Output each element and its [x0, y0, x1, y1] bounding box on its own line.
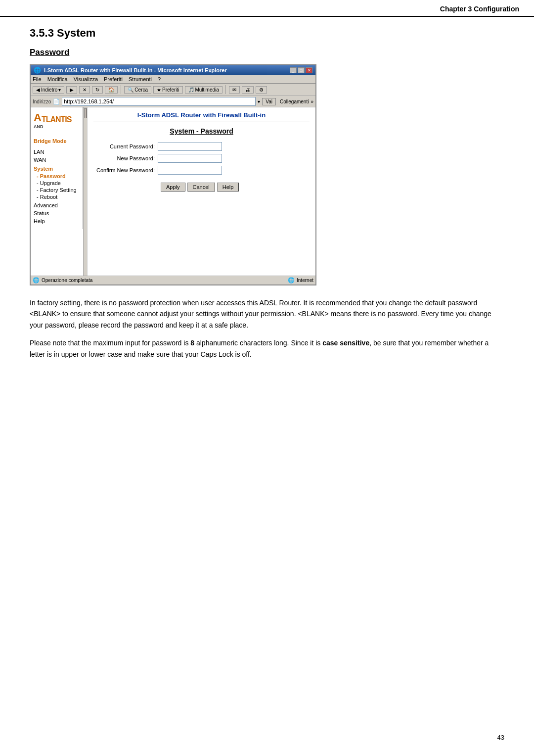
search-icon: 🔍	[128, 87, 134, 93]
browser-title-bar: 🌐 I-Storm ADSL Router with Firewall Buil…	[31, 65, 315, 75]
browser-toolbar: ◀ Indietro ▾ ▶ ✕ ↻ 🏠 🔍 Cerca ★ Pref	[31, 84, 315, 96]
zone-text: Internet	[297, 278, 313, 283]
address-input[interactable]	[62, 97, 256, 106]
browser-title: I-Storm ADSL Router with Firewall Built-…	[44, 67, 227, 73]
zone-icon: 🌐	[288, 277, 295, 284]
menu-file[interactable]: File	[33, 76, 42, 82]
new-password-input[interactable]	[158, 154, 222, 163]
current-password-row: Current Password:	[93, 142, 310, 151]
menu-strumenti[interactable]: Strumenti	[129, 76, 152, 82]
subsection-title: Password	[30, 47, 504, 57]
apply-button[interactable]: Apply	[161, 183, 185, 191]
new-password-label: New Password:	[93, 155, 158, 161]
sidebar-scrollbar[interactable]	[83, 107, 87, 276]
address-bar: Indirizzo 📄 ▾ Vai Collegamenti »	[31, 96, 315, 107]
paragraph-1: In factory setting, there is no password…	[30, 297, 504, 331]
browser-content: A TLANTIS AND Bridge Mode LAN WAN System	[31, 107, 315, 276]
confirm-password-label: Confirm New Password:	[93, 167, 158, 173]
logo-text: TLANTIS	[42, 115, 72, 124]
print-button[interactable]: 🖨	[242, 86, 254, 94]
go-button[interactable]: Vai	[262, 98, 276, 105]
home-icon: 🏠	[108, 87, 114, 93]
confirm-password-row: Confirm New Password:	[93, 166, 310, 175]
multimedia-icon: 🎵	[188, 87, 194, 93]
sidebar-item-lan[interactable]: LAN	[34, 148, 79, 156]
back-icon: ◀	[36, 87, 40, 93]
confirm-password-input[interactable]	[158, 166, 222, 175]
toolbar-separator	[121, 85, 121, 94]
stop-icon: ✕	[83, 87, 87, 93]
sidebar-item-bridge-mode[interactable]: Bridge Mode	[34, 137, 79, 145]
sidebar-item-wan[interactable]: WAN	[34, 156, 79, 164]
address-dropdown-icon[interactable]: ▾	[258, 99, 260, 104]
page-icon: 📄	[53, 98, 60, 105]
sidebar-item-reboot[interactable]: - Reboot	[34, 193, 79, 200]
router-sidebar-wrapper: A TLANTIS AND Bridge Mode LAN WAN System	[31, 107, 88, 276]
menu-modifica[interactable]: Modifica	[47, 76, 68, 82]
router-header: I-Storm ADSL Router with Firewall Built-…	[93, 111, 310, 122]
close-button[interactable]: ✕	[306, 67, 312, 73]
forward-button[interactable]: ▶	[66, 86, 77, 94]
back-button[interactable]: ◀ Indietro ▾	[33, 86, 64, 94]
sidebar-item-advanced[interactable]: Advanced	[34, 201, 79, 209]
paragraph-2: Please note that the maximum input for p…	[30, 337, 504, 360]
browser-status-bar: 🌐 Operazione completata 🌐 Internet	[31, 276, 315, 284]
stop-button[interactable]: ✕	[79, 86, 90, 94]
multimedia-button[interactable]: 🎵 Multimedia	[185, 86, 222, 94]
sidebar-item-help[interactable]: Help	[34, 217, 79, 225]
section-title: 3.5.3 System	[30, 27, 504, 40]
favorites-button[interactable]: ★ Preferiti	[153, 86, 182, 94]
sidebar-nav: Bridge Mode LAN WAN System - Password - …	[34, 137, 79, 225]
star-icon: ★	[157, 87, 161, 93]
links-label: Collegamenti	[280, 99, 309, 104]
router-sidebar: A TLANTIS AND Bridge Mode LAN WAN System	[31, 107, 83, 229]
status-icon: 🌐	[33, 277, 40, 284]
maximize-button[interactable]: □	[298, 67, 305, 73]
sidebar-item-status[interactable]: Status	[34, 209, 79, 217]
links-chevron-icon: »	[311, 99, 313, 104]
mail-button[interactable]: ✉	[229, 86, 240, 94]
menu-preferiti[interactable]: Preferiti	[104, 76, 123, 82]
current-password-label: Current Password:	[93, 143, 158, 149]
form-button-row: Apply Cancel Help	[93, 183, 310, 191]
status-text: Operazione completata	[42, 278, 92, 283]
menu-help[interactable]: ?	[158, 76, 161, 82]
minimize-button[interactable]: _	[290, 67, 297, 73]
browser-icon: 🌐	[34, 67, 41, 74]
home-button[interactable]: 🏠	[105, 86, 118, 94]
scrollbar-thumb[interactable]	[84, 108, 87, 118]
settings-button[interactable]: ⚙	[256, 86, 267, 94]
page-number: 43	[497, 734, 504, 741]
sidebar-item-system[interactable]: System	[34, 165, 79, 173]
sidebar-item-upgrade[interactable]: - Upgrade	[34, 180, 79, 187]
address-label: Indirizzo	[33, 99, 51, 104]
password-form: Current Password: New Password: Confirm …	[93, 142, 310, 191]
current-password-input[interactable]	[158, 142, 222, 151]
refresh-button[interactable]: ↻	[92, 86, 103, 94]
sidebar-item-password[interactable]: - Password	[34, 173, 79, 180]
menu-visualizza[interactable]: Visualizza	[74, 76, 98, 82]
router-page-title: System - Password	[93, 127, 310, 135]
browser-window: 🌐 I-Storm ADSL Router with Firewall Buil…	[30, 64, 316, 285]
logo-a-letter: A	[34, 111, 42, 124]
refresh-icon: ↻	[95, 87, 99, 93]
window-controls[interactable]: _ □ ✕	[290, 67, 312, 73]
cancel-button[interactable]: Cancel	[187, 183, 215, 191]
toolbar-separator-2	[225, 85, 226, 94]
logo-subtitle: AND	[34, 124, 79, 129]
router-main: I-Storm ADSL Router with Firewall Built-…	[88, 107, 315, 276]
browser-menu-bar: File Modifica Visualizza Preferiti Strum…	[31, 75, 315, 84]
search-button[interactable]: 🔍 Cerca	[124, 86, 151, 94]
chapter-title: Chapter 3 Configuration	[440, 5, 519, 13]
brand-logo: A TLANTIS AND	[34, 111, 79, 132]
new-password-row: New Password:	[93, 154, 310, 163]
forward-icon: ▶	[70, 87, 74, 93]
help-button[interactable]: Help	[217, 183, 239, 191]
sidebar-item-factory-setting[interactable]: - Factory Setting	[34, 187, 79, 193]
